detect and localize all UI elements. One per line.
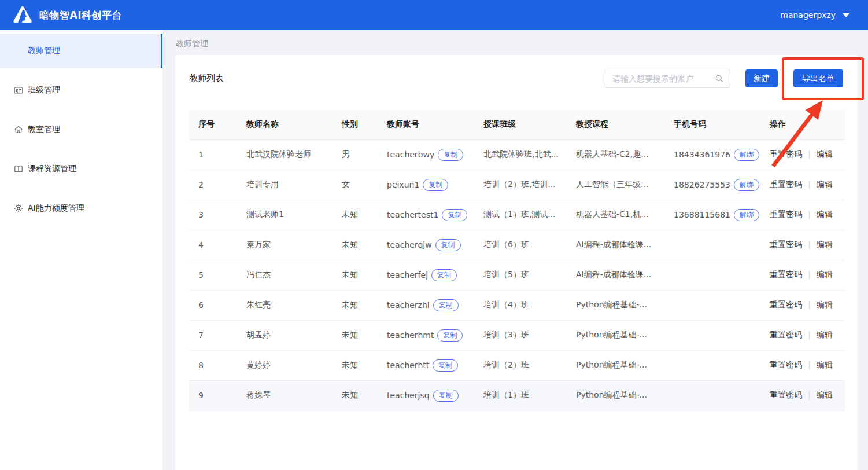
cell-gender: 未知: [333, 350, 378, 380]
reset-password-link[interactable]: 重置密码: [770, 240, 802, 249]
sidebar-item-teacher-management[interactable]: 教师管理: [0, 34, 162, 68]
cell-phone: 13688115681解绑: [664, 200, 760, 230]
copy-button[interactable]: 复制: [431, 269, 457, 281]
sidebar-item-label: AI能力额度管理: [28, 203, 84, 214]
gear-icon: [14, 204, 23, 213]
action-divider: |: [808, 390, 811, 399]
cell-actions: 重置密码|编辑: [760, 139, 845, 170]
edit-link[interactable]: 编辑: [817, 360, 833, 369]
action-divider: |: [808, 240, 811, 249]
cell-account: peixun1复制: [378, 170, 474, 200]
cell-teacher-name: 胡孟婷: [237, 320, 333, 350]
cell-index: 1: [189, 139, 237, 170]
reset-password-link[interactable]: 重置密码: [770, 149, 802, 159]
cell-gender: 未知: [333, 380, 378, 410]
home-icon: [14, 125, 23, 134]
cell-courses: Python编程基础-...: [567, 380, 664, 410]
cell-index: 3: [189, 200, 237, 230]
col-header-account: 教师账号: [378, 110, 474, 139]
cell-courses: AI编程-成都体验课...: [567, 230, 664, 260]
search-box: [605, 69, 730, 88]
table-row: 1 北武汉院体验老师 男 teacherbwy复制 北武院体验班,北武... 机…: [189, 139, 845, 170]
cell-courses: 机器人基础-C1,机...: [567, 200, 664, 230]
unbind-button[interactable]: 解绑: [734, 149, 759, 161]
teacher-list-card: 教师列表 新建 导出名单: [175, 55, 858, 470]
unbind-button[interactable]: 解绑: [734, 209, 759, 221]
reset-password-link[interactable]: 重置密码: [770, 360, 802, 369]
cell-actions: 重置密码|编辑: [760, 200, 845, 230]
copy-button[interactable]: 复制: [423, 179, 448, 191]
copy-button[interactable]: 复制: [433, 359, 458, 372]
account-text: teacherbwy: [387, 150, 434, 159]
account-text: teacherfej: [387, 270, 428, 280]
table-row: 4 秦万家 未知 teacherqjw复制 培训（6）班 AI编程-成都体验课.…: [189, 230, 845, 260]
cell-account: teacherhtt复制: [378, 350, 474, 380]
top-bar: 暗物智AI科创平台 managerpxzy: [0, 0, 868, 30]
cell-classes: 培训（3）班: [474, 320, 567, 350]
cell-account: teacherzhl复制: [378, 290, 474, 320]
cell-phone: [664, 350, 760, 380]
cell-classes: 测试（1）班,测试...: [474, 200, 567, 230]
reset-password-link[interactable]: 重置密码: [770, 179, 802, 189]
cell-actions: 重置密码|编辑: [760, 380, 845, 410]
reset-password-link[interactable]: 重置密码: [770, 210, 802, 219]
unbind-button[interactable]: 解绑: [734, 179, 759, 191]
cell-account: teacherqjw复制: [378, 230, 474, 260]
sidebar-item-label: 班级管理: [28, 85, 60, 96]
cell-phone: [664, 380, 760, 410]
copy-button[interactable]: 复制: [433, 390, 459, 402]
edit-link[interactable]: 编辑: [817, 179, 833, 189]
export-list-button[interactable]: 导出名单: [793, 69, 843, 87]
cell-phone: [664, 230, 760, 260]
cell-gender: 未知: [333, 200, 378, 230]
cell-gender: 未知: [333, 320, 378, 350]
copy-button[interactable]: 复制: [433, 299, 459, 311]
sidebar-item-class-management[interactable]: 班级管理: [0, 73, 162, 108]
sidebar-item-label: 教室管理: [28, 124, 60, 135]
sidebar: 教师管理 班级管理 教室管理: [0, 30, 162, 470]
table-header-row: 序号 教师名称 性别 教师账号 授课班级 教授课程 手机号码 操作: [189, 110, 845, 139]
cell-actions: 重置密码|编辑: [760, 230, 845, 260]
search-icon[interactable]: [715, 74, 724, 83]
phone-text: 18434361976: [674, 150, 730, 159]
reset-password-link[interactable]: 重置密码: [770, 270, 802, 279]
cell-classes: 培训（6）班: [474, 230, 567, 260]
sidebar-item-course-resource-management[interactable]: 课程资源管理: [0, 152, 162, 186]
username: managerpxzy: [780, 10, 836, 20]
action-divider: |: [808, 270, 811, 279]
col-header-courses: 教授课程: [567, 110, 664, 139]
copy-button[interactable]: 复制: [442, 209, 467, 221]
edit-link[interactable]: 编辑: [817, 149, 833, 159]
reset-password-link[interactable]: 重置密码: [770, 390, 802, 399]
platform-title: 暗物智AI科创平台: [39, 9, 122, 22]
cell-courses: AI编程-成都体验课...: [567, 260, 664, 290]
cell-teacher-name: 冯仁杰: [237, 260, 333, 290]
breadcrumb: 教师管理: [176, 39, 208, 49]
cell-teacher-name: 朱红亮: [237, 290, 333, 320]
copy-button[interactable]: 复制: [435, 239, 461, 251]
sidebar-item-ai-quota-management[interactable]: AI能力额度管理: [0, 191, 162, 226]
cell-gender: 未知: [333, 230, 378, 260]
reset-password-link[interactable]: 重置密码: [770, 330, 802, 339]
sidebar-item-classroom-management[interactable]: 教室管理: [0, 112, 162, 147]
user-menu[interactable]: managerpxzy: [780, 0, 849, 30]
edit-link[interactable]: 编辑: [817, 270, 833, 279]
copy-button[interactable]: 复制: [438, 149, 463, 161]
id-card-icon: [14, 86, 23, 95]
search-input[interactable]: [611, 74, 715, 84]
cell-gender: 未知: [333, 290, 378, 320]
edit-link[interactable]: 编辑: [817, 390, 833, 399]
edit-link[interactable]: 编辑: [817, 330, 833, 339]
new-button[interactable]: 新建: [745, 69, 778, 87]
cell-gender: 女: [333, 170, 378, 200]
copy-button[interactable]: 复制: [437, 329, 463, 342]
cell-courses: Python编程基础-...: [567, 320, 664, 350]
cell-index: 7: [189, 320, 237, 350]
action-divider: |: [808, 149, 811, 159]
edit-link[interactable]: 编辑: [817, 240, 833, 249]
action-divider: |: [808, 300, 811, 309]
reset-password-link[interactable]: 重置密码: [770, 300, 802, 309]
edit-link[interactable]: 编辑: [817, 300, 833, 309]
cell-phone: [664, 290, 760, 320]
edit-link[interactable]: 编辑: [817, 210, 833, 219]
